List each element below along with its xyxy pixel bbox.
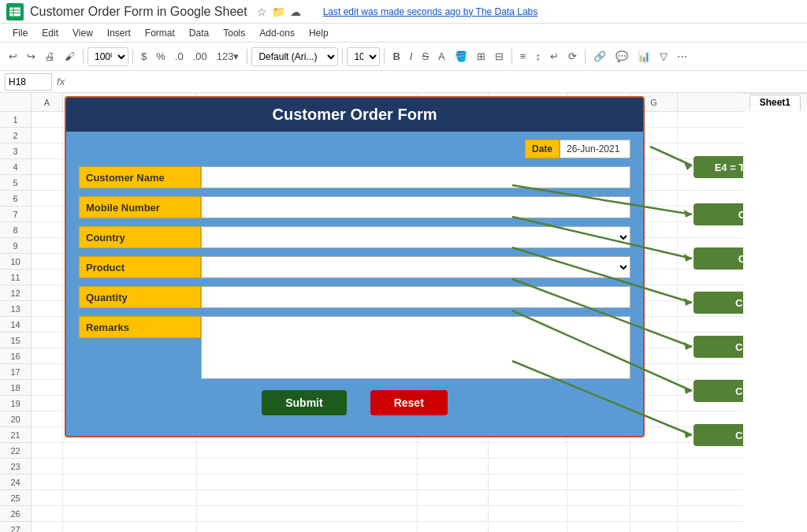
quantity-row: Quantity (79, 286, 630, 308)
font-select[interactable]: Default (Ari...) (251, 47, 338, 66)
row-25: 25 (0, 490, 31, 506)
toolbar-sep-3 (247, 49, 247, 65)
grid-row-25 (32, 490, 743, 506)
font-size-select[interactable]: 10 (347, 47, 380, 66)
filter-button[interactable]: ▽ (656, 48, 671, 65)
folder-icon[interactable]: 📁 (272, 6, 285, 18)
decimal-inc-button[interactable]: .00 (189, 48, 211, 65)
merge-button[interactable]: ⊟ (491, 48, 508, 65)
toolbar-sep-5 (384, 49, 385, 65)
grid-row-23 (32, 459, 743, 474)
menu-item-help[interactable]: Help (303, 26, 335, 40)
zoom-select[interactable]: 100% (87, 47, 128, 66)
quantity-input[interactable] (201, 286, 630, 308)
toolbar-sep-1 (83, 49, 84, 65)
menu-item-insert[interactable]: Insert (101, 26, 137, 40)
row-16: 16 (0, 348, 31, 364)
align-left-button[interactable]: ≡ (516, 48, 530, 65)
format-123-button[interactable]: 123▾ (213, 48, 244, 65)
row-7: 7 (0, 206, 31, 222)
text-wrap-button[interactable]: ↵ (546, 48, 563, 65)
date-value: 26-Jun-2021 (560, 140, 630, 158)
cloud-icon[interactable]: ☁ (290, 6, 301, 18)
currency-button[interactable]: $ (137, 48, 151, 65)
remarks-label: Remarks (79, 316, 201, 338)
form-buttons: Submit Reset (79, 390, 630, 415)
grid-row-26 (32, 506, 743, 522)
row-20: 20 (0, 411, 31, 427)
remarks-row: Remarks (79, 316, 630, 379)
menu-item-tools[interactable]: Tools (217, 26, 251, 40)
svg-rect-1 (9, 7, 20, 16)
cell-reference-input[interactable]: H18 (5, 73, 52, 91)
text-color-button[interactable]: A (434, 48, 449, 65)
row-22: 22 (0, 443, 31, 459)
spreadsheet-area: 1 2 3 4 5 6 7 8 9 10 11 12 13 14 15 16 1… (0, 93, 807, 532)
row-11: 11 (0, 270, 31, 285)
formula-bar: H18 fx (0, 71, 807, 93)
product-label: Product (79, 256, 201, 278)
toolbar-sep-6 (511, 49, 512, 65)
menu-item-format[interactable]: Format (139, 26, 181, 40)
document-title: Customer Order Form in Google Sheet (30, 5, 247, 19)
valign-button[interactable]: ↕ (531, 48, 545, 65)
form-body: Date 26-Jun-2021 Customer Name Mobile Nu… (66, 132, 643, 423)
row-15: 15 (0, 333, 31, 348)
grid-row-27 (32, 522, 743, 532)
remarks-textarea[interactable] (201, 316, 630, 379)
percent-button[interactable]: % (152, 48, 169, 65)
doc-icons: ☆ 📁 ☁ (257, 6, 301, 18)
row-23: 23 (0, 459, 31, 474)
menu-item-edit[interactable]: Edit (35, 26, 65, 40)
strikethrough-button[interactable]: S (418, 48, 433, 65)
row-5: 5 (0, 175, 31, 191)
row-27: 27 (0, 522, 31, 532)
sheets-logo-icon (6, 3, 24, 20)
product-select[interactable] (201, 256, 630, 278)
print-button[interactable]: 🖨 (41, 48, 59, 65)
text-rotate-button[interactable]: ⟳ (564, 48, 581, 65)
borders-button[interactable]: ⊞ (473, 48, 489, 65)
row-14: 14 (0, 317, 31, 333)
mobile-number-input[interactable] (201, 196, 630, 218)
toolbar: ↩ ↪ 🖨 🖌 100% $ % .0 .00 123▾ Default (Ar… (0, 43, 807, 71)
row-4: 4 (0, 159, 31, 175)
menu-item-add-ons[interactable]: Add-ons (253, 26, 301, 40)
fill-color-button[interactable]: 🪣 (451, 48, 471, 65)
bold-button[interactable]: B (389, 48, 404, 65)
link-button[interactable]: 🔗 (589, 48, 610, 65)
quantity-label: Quantity (79, 286, 201, 308)
row-17: 17 (0, 364, 31, 380)
row-header-corner (0, 93, 31, 112)
italic-button[interactable]: I (406, 48, 417, 65)
customer-name-row: Customer Name (79, 166, 630, 188)
undo-button[interactable]: ↩ (5, 48, 21, 65)
row-6: 6 (0, 191, 31, 206)
col-header-a: A (32, 93, 63, 112)
star-icon[interactable]: ☆ (257, 6, 267, 18)
form-overlay: Customer Order Form Date 26-Jun-2021 Cus… (63, 93, 646, 441)
row-13: 13 (0, 301, 31, 317)
customer-name-input[interactable] (201, 166, 630, 188)
paint-format-button[interactable]: 🖌 (61, 48, 79, 65)
country-select[interactable] (201, 226, 630, 248)
reset-button[interactable]: Reset (370, 390, 448, 415)
redo-button[interactable]: ↪ (23, 48, 39, 65)
menu-item-data[interactable]: Data (183, 26, 215, 40)
formula-input[interactable] (69, 73, 802, 91)
comment-button[interactable]: 💬 (612, 48, 632, 65)
sheet-tab-1[interactable]: Sheet1 (749, 95, 801, 111)
date-label: Date (525, 140, 560, 158)
chart-button[interactable]: 📊 (634, 48, 654, 65)
grid-row-24 (32, 474, 743, 490)
submit-button[interactable]: Submit (262, 390, 346, 415)
row-headers: 1 2 3 4 5 6 7 8 9 10 11 12 13 14 15 16 1… (0, 93, 32, 532)
row-18: 18 (0, 380, 31, 396)
menu-item-view[interactable]: View (66, 26, 99, 40)
country-label: Country (79, 226, 201, 248)
row-12: 12 (0, 285, 31, 301)
decimal-dec-button[interactable]: .0 (171, 48, 188, 65)
menu-item-file[interactable]: File (6, 26, 34, 40)
row-1: 1 (0, 112, 31, 128)
more-button[interactable]: ⋯ (673, 48, 691, 65)
